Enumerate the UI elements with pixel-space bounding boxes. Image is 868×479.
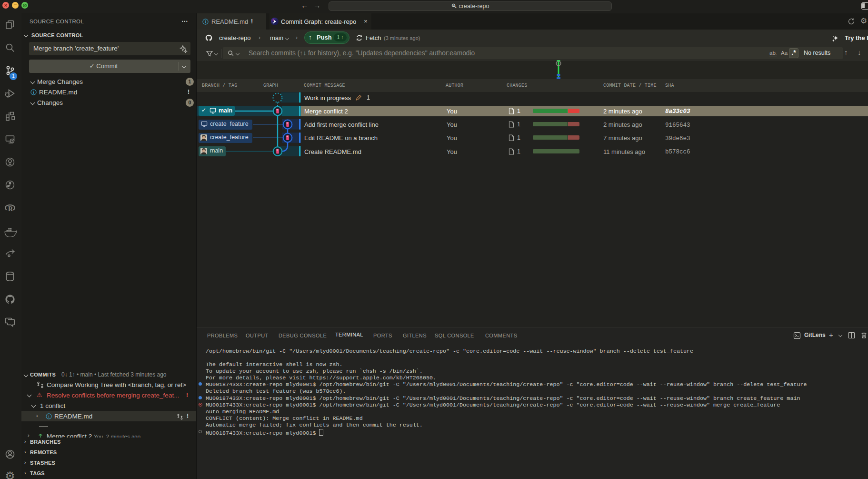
svg-text:R: R: [8, 205, 13, 213]
